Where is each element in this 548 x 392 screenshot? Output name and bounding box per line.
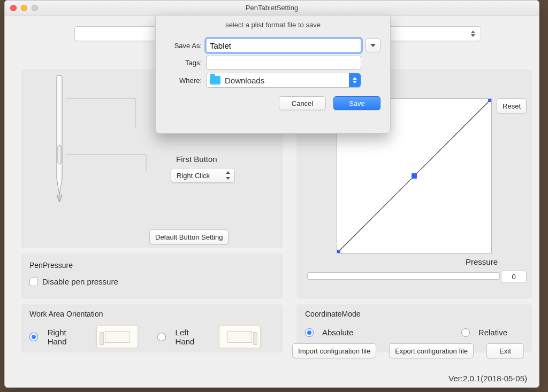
version-label: Ver:2.0.1(2018-05-05) bbox=[448, 374, 527, 383]
tags-label: Tags: bbox=[165, 59, 202, 67]
stepper-icon bbox=[469, 28, 477, 39]
pen-pressure-panel: PenPressure Disable pen pressure bbox=[21, 253, 283, 299]
save-file-dialog: select a plist format file to save Save … bbox=[155, 15, 391, 134]
curve-handle-start[interactable] bbox=[337, 250, 340, 253]
pressure-value-readout: 0 bbox=[501, 271, 527, 282]
cancel-button[interactable]: Cancel bbox=[279, 96, 326, 110]
first-button-value: Right Click bbox=[177, 172, 210, 180]
save-dialog-message: select a plist format file to save bbox=[156, 16, 390, 35]
save-as-label: Save As: bbox=[165, 42, 202, 50]
absolute-radio[interactable] bbox=[305, 328, 314, 337]
zoom-window-button[interactable] bbox=[32, 5, 38, 11]
left-hand-radio[interactable] bbox=[157, 333, 166, 341]
disable-pen-pressure-option[interactable]: Disable pen pressure bbox=[29, 277, 275, 286]
exit-button[interactable]: Exit bbox=[486, 343, 524, 358]
relative-label: Relative bbox=[478, 328, 507, 337]
export-config-button[interactable]: Export configuration file bbox=[389, 343, 474, 358]
pen-pressure-heading: PenPressure bbox=[29, 261, 275, 270]
where-folder-name: Downloads bbox=[225, 76, 264, 85]
folder-icon bbox=[210, 76, 220, 84]
where-label: Where: bbox=[165, 76, 202, 84]
where-folder-popup[interactable]: Downloads bbox=[206, 73, 361, 88]
first-button-label: First Button bbox=[176, 155, 217, 164]
absolute-label: Absolute bbox=[322, 328, 353, 337]
save-button[interactable]: Save bbox=[333, 96, 380, 110]
chevrons-icon bbox=[226, 171, 231, 180]
minimize-window-button[interactable] bbox=[21, 5, 27, 11]
stylus-illustration bbox=[53, 74, 66, 203]
reset-curve-button[interactable]: Reset bbox=[497, 98, 527, 113]
curve-handle-end[interactable] bbox=[488, 99, 491, 102]
checkbox-icon bbox=[29, 278, 38, 286]
chevrons-icon bbox=[349, 73, 361, 87]
import-config-button[interactable]: Import configuration file bbox=[292, 343, 376, 358]
first-button-select[interactable]: Right Click bbox=[171, 168, 235, 183]
default-button-setting-button[interactable]: Default Button Setting bbox=[149, 229, 229, 244]
expand-dialog-button[interactable] bbox=[366, 39, 380, 52]
pressure-test-bar[interactable] bbox=[307, 272, 500, 280]
curve-handle-mid[interactable] bbox=[412, 173, 417, 179]
window-controls bbox=[10, 5, 38, 11]
pressure-axis-label: Pressure bbox=[466, 257, 498, 266]
stylus-connector-lines bbox=[66, 90, 151, 197]
footer-buttons: Import configuration file Export configu… bbox=[5, 343, 539, 363]
svg-rect-0 bbox=[58, 145, 61, 164]
save-as-input[interactable] bbox=[206, 39, 361, 52]
orientation-heading: Work Area Orientation bbox=[29, 310, 275, 318]
disable-pen-pressure-label: Disable pen pressure bbox=[42, 277, 118, 286]
titlebar: PenTabletSetting bbox=[5, 1, 539, 16]
right-hand-radio[interactable] bbox=[29, 333, 38, 341]
window-title: PenTabletSetting bbox=[5, 4, 539, 12]
close-window-button[interactable] bbox=[10, 5, 17, 11]
relative-radio[interactable] bbox=[461, 328, 470, 337]
tags-input[interactable] bbox=[206, 56, 361, 70]
coordinate-mode-heading: CoordinateMode bbox=[305, 310, 523, 318]
